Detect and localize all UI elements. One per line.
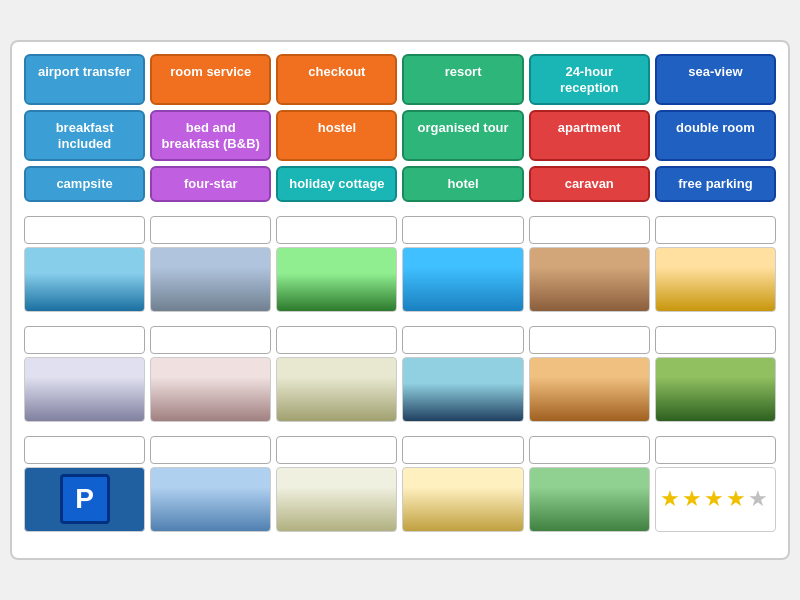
tag-airport-transfer[interactable]: airport transfer bbox=[24, 54, 145, 105]
answer-row-2 bbox=[24, 326, 776, 422]
tag-free-parking[interactable]: free parking bbox=[655, 166, 776, 202]
match-cell-3-5 bbox=[529, 436, 650, 532]
tag-grid: airport transfer room service checkout r… bbox=[24, 54, 776, 202]
photo-caravan bbox=[150, 467, 271, 532]
answer-input-3-3[interactable] bbox=[276, 436, 397, 464]
match-cell-3-3 bbox=[276, 436, 397, 532]
match-cell-2-5 bbox=[529, 326, 650, 422]
photo-stars: ★★★★★ bbox=[655, 467, 776, 532]
answer-input-3-2[interactable] bbox=[150, 436, 271, 464]
match-cell-1-6 bbox=[655, 216, 776, 312]
photo-food bbox=[655, 247, 776, 312]
answer-input-2-4[interactable] bbox=[402, 326, 523, 354]
photo-bedroom bbox=[24, 357, 145, 422]
answer-row-1 bbox=[24, 216, 776, 312]
answer-input-2-2[interactable] bbox=[150, 326, 271, 354]
answer-row-3: P ★★★★★ bbox=[24, 436, 776, 532]
tag-holiday-cottage[interactable]: holiday cottage bbox=[276, 166, 397, 202]
match-cell-2-1 bbox=[24, 326, 145, 422]
match-cell-2-3 bbox=[276, 326, 397, 422]
tag-hostel[interactable]: hostel bbox=[276, 110, 397, 161]
tag-organised-tour[interactable]: organised tour bbox=[402, 110, 523, 161]
photo-cottage bbox=[655, 357, 776, 422]
tag-apartment[interactable]: apartment bbox=[529, 110, 650, 161]
photo-hotel bbox=[150, 247, 271, 312]
photo-lobby bbox=[529, 247, 650, 312]
match-cell-2-6 bbox=[655, 326, 776, 422]
stars-display: ★★★★★ bbox=[660, 486, 770, 512]
match-cell-2-2 bbox=[150, 326, 271, 422]
photo-pool bbox=[402, 247, 523, 312]
answer-input-2-3[interactable] bbox=[276, 326, 397, 354]
tag-breakfast-included[interactable]: breakfast included bbox=[24, 110, 145, 161]
tag-sea-view[interactable]: sea-view bbox=[655, 54, 776, 105]
answer-input-2-6[interactable] bbox=[655, 326, 776, 354]
photo-reception bbox=[529, 357, 650, 422]
answer-input-1-3[interactable] bbox=[276, 216, 397, 244]
parking-sign-icon: P bbox=[60, 474, 110, 524]
photo-nature bbox=[276, 247, 397, 312]
match-cell-1-5 bbox=[529, 216, 650, 312]
answer-input-3-5[interactable] bbox=[529, 436, 650, 464]
main-container: airport transfer room service checkout r… bbox=[10, 40, 790, 560]
tag-checkout[interactable]: checkout bbox=[276, 54, 397, 105]
match-cell-3-6: ★★★★★ bbox=[655, 436, 776, 532]
answer-input-1-6[interactable] bbox=[655, 216, 776, 244]
match-cell-1-2 bbox=[150, 216, 271, 312]
answer-input-2-5[interactable] bbox=[529, 326, 650, 354]
photo-tour bbox=[529, 467, 650, 532]
match-cell-2-4 bbox=[402, 326, 523, 422]
photo-parking: P bbox=[24, 467, 145, 532]
answer-input-1-2[interactable] bbox=[150, 216, 271, 244]
tag-campsite[interactable]: campsite bbox=[24, 166, 145, 202]
match-cell-1-3 bbox=[276, 216, 397, 312]
tag-four-star[interactable]: four-star bbox=[150, 166, 271, 202]
photo-lake bbox=[402, 357, 523, 422]
photo-breakfast bbox=[402, 467, 523, 532]
match-section-1 bbox=[24, 216, 776, 312]
match-cell-3-2 bbox=[150, 436, 271, 532]
answer-input-1-1[interactable] bbox=[24, 216, 145, 244]
photo-seaview bbox=[24, 247, 145, 312]
answer-input-2-1[interactable] bbox=[24, 326, 145, 354]
answer-input-3-4[interactable] bbox=[402, 436, 523, 464]
match-cell-3-4 bbox=[402, 436, 523, 532]
answer-input-1-4[interactable] bbox=[402, 216, 523, 244]
match-cell-1-4 bbox=[402, 216, 523, 312]
match-cell-1-1 bbox=[24, 216, 145, 312]
tag-bed-breakfast[interactable]: bed and breakfast (B&B) bbox=[150, 110, 271, 161]
match-cell-3-1: P bbox=[24, 436, 145, 532]
tag-room-service[interactable]: room service bbox=[150, 54, 271, 105]
answer-input-1-5[interactable] bbox=[529, 216, 650, 244]
answer-input-3-6[interactable] bbox=[655, 436, 776, 464]
tag-24hour-reception[interactable]: 24-hour reception bbox=[529, 54, 650, 105]
photo-roomservice bbox=[276, 467, 397, 532]
answer-input-3-1[interactable] bbox=[24, 436, 145, 464]
tag-hotel[interactable]: hotel bbox=[402, 166, 523, 202]
photo-room2 bbox=[150, 357, 271, 422]
tag-caravan[interactable]: caravan bbox=[529, 166, 650, 202]
tag-resort[interactable]: resort bbox=[402, 54, 523, 105]
match-section-2 bbox=[24, 326, 776, 422]
photo-lounge bbox=[276, 357, 397, 422]
tag-double-room[interactable]: double room bbox=[655, 110, 776, 161]
match-section-3: P ★★★★★ bbox=[24, 436, 776, 532]
